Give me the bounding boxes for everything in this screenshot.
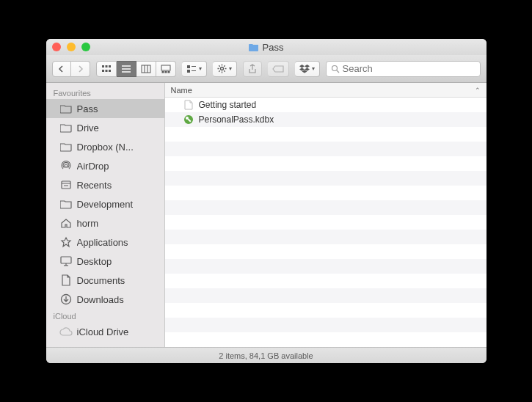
view-buttons: [96, 61, 176, 77]
svg-point-20: [220, 67, 223, 70]
sidebar-item-pass[interactable]: Pass: [46, 99, 164, 118]
svg-rect-18: [192, 66, 196, 67]
empty-row: [165, 186, 487, 200]
empty-row: [165, 274, 487, 288]
empty-row: [165, 156, 487, 171]
documents-icon: [59, 274, 73, 286]
sidebar-item-drive[interactable]: Drive: [46, 118, 164, 137]
empty-row: [165, 127, 487, 142]
svg-rect-32: [62, 181, 70, 189]
share-button[interactable]: [243, 61, 262, 77]
dropbox-button[interactable]: ▾: [295, 61, 320, 77]
column-name-label: Name: [171, 86, 192, 95]
file-name: Getting started: [199, 100, 257, 110]
sidebar-item-applications[interactable]: Applications: [46, 233, 164, 252]
sort-indicator-icon: ⌃: [475, 87, 481, 94]
minimize-icon[interactable]: [67, 43, 76, 51]
empty-row: [165, 244, 487, 259]
airdrop-icon: [59, 160, 73, 172]
svg-rect-5: [109, 70, 111, 72]
sidebar-item-documents[interactable]: Documents: [46, 271, 164, 290]
sidebar-item-icloud-drive[interactable]: iCloud Drive: [46, 322, 164, 341]
empty-row: [165, 318, 487, 332]
sidebar-header-icloud: iCloud: [46, 309, 164, 322]
svg-rect-12: [161, 65, 170, 70]
chevron-down-icon: ▾: [312, 65, 315, 72]
icon-view-button[interactable]: [96, 61, 117, 77]
action-button[interactable]: ▾: [213, 61, 237, 77]
document-icon: [183, 100, 194, 110]
sidebar-item-label: Pass: [77, 103, 98, 114]
icloud-icon: [59, 326, 73, 337]
sidebar-item-label: Development: [77, 199, 134, 210]
empty-row: [165, 303, 487, 318]
svg-line-30: [337, 70, 339, 73]
empty-row: [165, 171, 487, 186]
desktop-icon: [59, 256, 73, 266]
search-field[interactable]: [326, 61, 481, 77]
folder-icon: [59, 103, 73, 114]
svg-line-27: [224, 65, 225, 66]
svg-point-29: [332, 65, 337, 70]
sidebar-item-label: Applications: [77, 237, 128, 248]
empty-row: [165, 332, 487, 347]
sidebar-item-desktop[interactable]: Desktop: [46, 252, 164, 271]
window-title: Pass: [46, 42, 487, 53]
empty-row: [165, 230, 487, 244]
recents-icon: [59, 179, 73, 191]
empty-row: [165, 215, 487, 230]
svg-line-25: [219, 65, 219, 66]
sidebar-item-downloads[interactable]: Downloads: [46, 290, 164, 309]
svg-rect-2: [109, 65, 111, 67]
nav-buttons: [52, 61, 90, 77]
column-view-button[interactable]: [136, 61, 156, 77]
folder-icon: [59, 199, 73, 209]
svg-rect-17: [187, 70, 190, 73]
back-button[interactable]: [52, 61, 71, 77]
file-name: PersonalPass.kdbx: [199, 114, 274, 125]
sidebar-item-label: Drive: [77, 123, 99, 134]
empty-row: [165, 259, 487, 274]
svg-rect-14: [165, 71, 167, 73]
sidebar-item-label: iCloud Drive: [77, 326, 129, 337]
sidebar-item-label: AirDrop: [77, 161, 109, 172]
svg-rect-9: [142, 65, 150, 73]
window-controls: [52, 43, 90, 51]
gear-icon: [217, 64, 227, 73]
titlebar[interactable]: Pass: [46, 39, 487, 55]
svg-rect-4: [105, 70, 107, 72]
close-icon[interactable]: [52, 43, 61, 51]
status-bar: 2 items, 84,1 GB available: [46, 347, 487, 363]
sidebar-item-label: Documents: [77, 275, 125, 286]
search-input[interactable]: [343, 63, 475, 74]
svg-rect-0: [102, 65, 104, 67]
column-header[interactable]: Name ⌃: [165, 83, 487, 98]
svg-rect-19: [192, 70, 196, 71]
forward-button[interactable]: [71, 61, 90, 77]
sidebar-item-label: horm: [77, 218, 99, 229]
file-row[interactable]: PersonalPass.kdbx: [165, 112, 487, 127]
toolbar: ▾ ▾ ▾: [46, 55, 487, 83]
chevron-down-icon: ▾: [199, 65, 202, 72]
sidebar-item-dropbox-n-[interactable]: Dropbox (N...: [46, 137, 164, 156]
svg-rect-3: [102, 70, 104, 72]
sidebar-item-recents[interactable]: Recents: [46, 175, 164, 194]
tags-button[interactable]: [268, 61, 289, 77]
sidebar-item-airdrop[interactable]: AirDrop: [46, 156, 164, 175]
svg-rect-16: [187, 65, 190, 68]
folder-icon: [59, 123, 73, 133]
window-title-text: Pass: [263, 42, 284, 53]
sidebar-item-label: Recents: [77, 180, 112, 191]
svg-rect-35: [61, 257, 71, 263]
gallery-view-button[interactable]: [156, 61, 176, 77]
zoom-icon[interactable]: [81, 43, 90, 51]
group-button[interactable]: ▾: [182, 61, 207, 77]
svg-line-26: [224, 70, 225, 71]
list-view-button[interactable]: [117, 61, 136, 77]
sidebar-item-label: Desktop: [77, 256, 112, 267]
folder-icon: [59, 142, 73, 152]
sidebar-item-horm[interactable]: horm: [46, 213, 164, 233]
file-list[interactable]: Getting startedPersonalPass.kdbx: [165, 98, 487, 347]
sidebar-item-development[interactable]: Development: [46, 194, 164, 213]
file-row[interactable]: Getting started: [165, 98, 487, 112]
